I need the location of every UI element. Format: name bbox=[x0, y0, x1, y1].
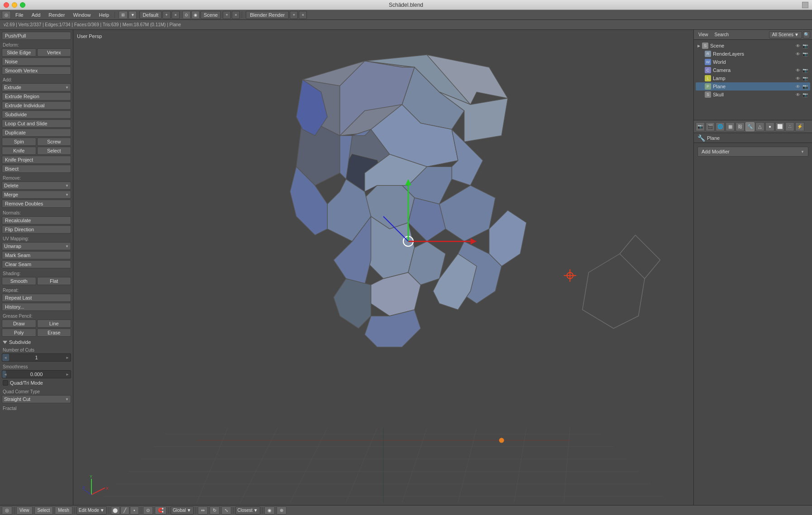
extrude-individual-button[interactable]: Extrude Individual bbox=[2, 101, 71, 110]
mode-icon-2[interactable]: × bbox=[172, 11, 180, 19]
add-modifier-button[interactable]: Add Modifier ▼ bbox=[697, 147, 808, 157]
smooth-vertex-button[interactable]: Smooth Vertex bbox=[2, 67, 71, 75]
icon-btn-1[interactable]: ⊞ bbox=[119, 11, 128, 19]
prop-constraints[interactable]: ⛓ bbox=[736, 122, 745, 131]
repeat-last-button[interactable]: Repeat Last bbox=[2, 294, 71, 302]
icon-render-1[interactable]: ⊙ bbox=[182, 11, 191, 19]
menu-render[interactable]: Render bbox=[45, 11, 68, 19]
skull-render[interactable]: 📷 bbox=[802, 91, 808, 98]
outliner-plane[interactable]: P Plane 👁 📷 bbox=[696, 82, 810, 91]
prop-scene[interactable]: 🎬 bbox=[706, 122, 715, 131]
bottom-view[interactable]: View bbox=[16, 506, 33, 515]
outliner-lamp[interactable]: L Lamp 👁 📷 bbox=[696, 74, 810, 82]
subdivide-button[interactable]: Subdivide bbox=[2, 110, 71, 119]
scene-dropdown[interactable]: Scene bbox=[201, 11, 221, 19]
prop-render[interactable]: 📷 bbox=[696, 122, 705, 131]
extrude-region-button[interactable]: Extrude Region bbox=[2, 92, 71, 100]
plane-render[interactable]: 📷 bbox=[802, 83, 808, 90]
edit-mode-dropdown[interactable]: Edit Mode ▼ bbox=[76, 506, 107, 515]
smoothness-right[interactable]: ► bbox=[65, 372, 70, 377]
minimize-button[interactable] bbox=[12, 2, 17, 8]
screw-button[interactable]: Screw bbox=[37, 138, 72, 146]
prop-object[interactable]: ▦ bbox=[726, 122, 735, 131]
renderer-icon-2[interactable]: × bbox=[299, 11, 307, 19]
slide-edge-button[interactable]: Slide Edge bbox=[2, 48, 36, 57]
scene-plus[interactable]: + bbox=[223, 11, 231, 19]
resize-button[interactable] bbox=[802, 2, 808, 8]
merge-dropdown[interactable]: Merge ▼ bbox=[2, 191, 71, 199]
window-controls[interactable] bbox=[4, 2, 25, 8]
outliner-search-icon[interactable]: 🔍 bbox=[803, 31, 810, 38]
num-cuts-slider[interactable]: ◄ 1 ► bbox=[2, 353, 71, 362]
erase-button[interactable]: Erase bbox=[37, 329, 72, 337]
knife-project-button[interactable]: Knife Project bbox=[2, 156, 71, 164]
push-pull-button[interactable]: Push/Pull bbox=[2, 32, 71, 40]
plane-eye[interactable]: 👁 bbox=[795, 83, 801, 90]
outliner-skull[interactable]: S Skull 👁 📷 bbox=[696, 91, 810, 99]
recalculate-button[interactable]: Recalculate bbox=[2, 216, 71, 224]
draw-button[interactable]: Draw bbox=[2, 319, 36, 328]
outliner-renderlayers[interactable]: R RenderLayers 👁 📷 bbox=[696, 50, 810, 58]
prop-particles[interactable]: ∴ bbox=[785, 122, 794, 131]
outliner-scene[interactable]: ▶ S Scene 👁 📷 bbox=[696, 42, 810, 50]
remove-doubles-button[interactable]: Remove Doubles bbox=[2, 200, 71, 208]
delete-dropdown[interactable]: Delete ▼ bbox=[2, 181, 71, 190]
outliner-view-label[interactable]: View bbox=[696, 32, 711, 38]
skull-eye[interactable]: 👁 bbox=[795, 91, 801, 98]
prop-data[interactable]: △ bbox=[755, 122, 764, 131]
proportional-falloff[interactable]: ◉ bbox=[264, 506, 275, 515]
scale-btn[interactable]: ⤡ bbox=[221, 506, 231, 515]
rotate-btn[interactable]: ↻ bbox=[210, 506, 220, 515]
blender-icon-btn[interactable]: ◎ bbox=[2, 11, 11, 19]
flat-button[interactable]: Flat bbox=[37, 277, 72, 285]
noise-button[interactable]: Noise bbox=[2, 57, 71, 66]
face-select-btn[interactable]: ▪ bbox=[130, 506, 139, 515]
renderer-icon[interactable]: + bbox=[290, 11, 298, 19]
menu-help[interactable]: Help bbox=[96, 11, 113, 19]
outliner-world[interactable]: W World bbox=[696, 58, 810, 66]
bisect-button[interactable]: Bisect bbox=[2, 165, 71, 173]
outliner-search-label[interactable]: Search bbox=[712, 32, 732, 38]
mode-icon-1[interactable]: + bbox=[162, 11, 171, 19]
num-cuts-right[interactable]: ► bbox=[65, 355, 70, 360]
loop-cut-slide-button[interactable]: Loop Cut and Slide bbox=[2, 119, 71, 128]
translate-btn[interactable]: ⇔ bbox=[198, 506, 208, 515]
num-cuts-left[interactable]: ◄ bbox=[3, 355, 8, 360]
renderlayers-render[interactable]: 📷 bbox=[802, 51, 808, 57]
edge-select-btn[interactable]: ╱ bbox=[120, 506, 129, 515]
bottom-blender-icon[interactable]: ◎ bbox=[2, 506, 12, 515]
icon-render-2[interactable]: ◉ bbox=[191, 11, 200, 19]
transform-orientation[interactable]: Global ▼ bbox=[171, 506, 194, 515]
lamp-render[interactable]: 📷 bbox=[802, 75, 808, 81]
lamp-eye[interactable]: 👁 bbox=[795, 75, 801, 81]
bottom-select[interactable]: Select bbox=[34, 506, 53, 515]
smoothness-slider[interactable]: ◄ 0.000 ► bbox=[2, 370, 71, 378]
camera-eye[interactable]: 👁 bbox=[795, 67, 801, 73]
spin-button[interactable]: Spin bbox=[2, 138, 36, 146]
snap-btn[interactable]: 🧲 bbox=[155, 506, 167, 515]
prop-modifier[interactable]: 🔧 bbox=[745, 122, 755, 131]
menu-file[interactable]: File bbox=[12, 11, 27, 19]
close-button[interactable] bbox=[4, 2, 9, 8]
snap-to-dropdown[interactable]: Closest ▼ bbox=[235, 506, 260, 515]
bottom-mesh[interactable]: Mesh bbox=[55, 506, 72, 515]
quad-tri-checkbox[interactable] bbox=[3, 380, 8, 386]
vertex-select-btn[interactable]: ⬤ bbox=[111, 506, 120, 515]
clear-seam-button[interactable]: Clear Seam bbox=[2, 260, 71, 268]
proportional-edit[interactable]: ⊙ bbox=[143, 506, 153, 515]
smoothness-left[interactable]: ◄ bbox=[3, 372, 8, 377]
prop-texture[interactable]: ⬜ bbox=[775, 122, 784, 131]
mark-seam-button[interactable]: Mark Seam bbox=[2, 251, 71, 259]
maximize-button[interactable] bbox=[20, 2, 25, 8]
icon-btn-2[interactable]: ▼ bbox=[129, 11, 137, 19]
poly-button[interactable]: Poly bbox=[2, 329, 36, 337]
outliner-camera[interactable]: C Camera 👁 📷 bbox=[696, 66, 810, 74]
straight-cut-dropdown[interactable]: Straight Cut ▼ bbox=[2, 395, 71, 403]
unwrap-dropdown[interactable]: Unwrap ▼ bbox=[2, 242, 71, 250]
knife-button[interactable]: Knife bbox=[2, 147, 36, 155]
prop-physics[interactable]: ⚡ bbox=[795, 122, 804, 131]
duplicate-button[interactable]: Duplicate bbox=[2, 129, 71, 137]
scene-x[interactable]: × bbox=[232, 11, 240, 19]
menu-add[interactable]: Add bbox=[28, 11, 44, 19]
vertex-button[interactable]: Vertex bbox=[37, 48, 72, 57]
